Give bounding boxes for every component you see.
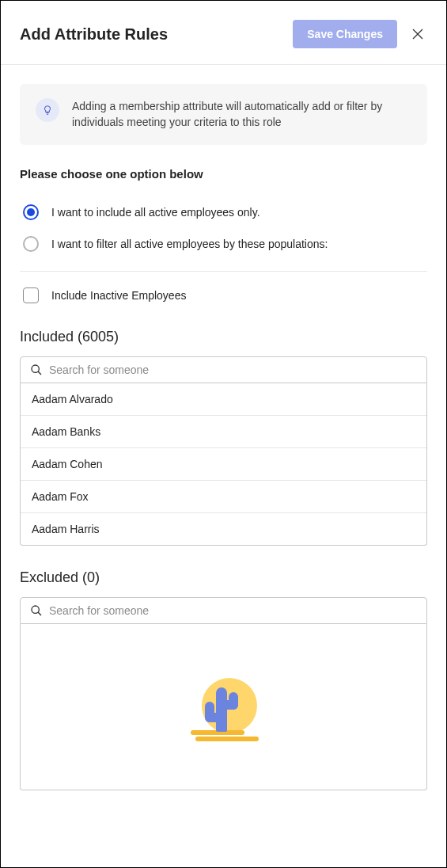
excluded-section-title: Excluded (0)	[20, 569, 427, 586]
membership-option-group: I want to include all active employees o…	[20, 196, 427, 260]
search-icon	[30, 364, 43, 376]
list-item[interactable]: Aadam Cohen	[21, 448, 426, 481]
excluded-search-box[interactable]	[20, 597, 427, 624]
lightbulb-icon	[36, 98, 59, 122]
list-item[interactable]: Aadam Banks	[21, 416, 426, 448]
save-changes-button[interactable]: Save Changes	[293, 20, 397, 48]
cactus-icon	[184, 667, 263, 746]
svg-line-5	[38, 612, 41, 615]
include-inactive-checkbox[interactable]	[23, 287, 39, 303]
list-item[interactable]: Aadam Fox	[21, 481, 426, 513]
included-list: Aadam Alvarado Aadam Banks Aadam Cohen A…	[20, 383, 427, 546]
info-banner-text: Adding a membership attribute will autom…	[72, 98, 411, 131]
list-item[interactable]: Aadam Alvarado	[21, 383, 426, 416]
radio-filter-by-populations[interactable]	[23, 236, 39, 252]
svg-line-3	[38, 371, 41, 375]
dialog-title: Add Attribute Rules	[20, 25, 168, 44]
excluded-search-input[interactable]	[49, 604, 417, 617]
search-icon	[30, 604, 43, 617]
close-icon	[411, 28, 424, 40]
option-prompt: Please choose one option below	[20, 167, 427, 181]
svg-point-4	[32, 606, 39, 613]
radio-filter-by-populations-label: I want to filter all active employees by…	[51, 238, 328, 250]
svg-point-2	[32, 365, 39, 372]
included-search-box[interactable]	[20, 356, 427, 383]
close-button[interactable]	[408, 25, 427, 44]
include-inactive-label: Include Inactive Employees	[51, 289, 186, 302]
radio-include-all[interactable]	[23, 204, 39, 220]
list-item[interactable]: Aadam Harris	[21, 513, 426, 545]
dialog-header: Add Attribute Rules Save Changes	[1, 1, 446, 65]
divider	[20, 271, 427, 272]
included-search-input[interactable]	[49, 364, 417, 376]
radio-include-all-label: I want to include all active employees o…	[51, 206, 260, 219]
included-section-title: Included (6005)	[20, 329, 427, 345]
excluded-empty-state	[20, 624, 427, 790]
info-banner: Adding a membership attribute will autom…	[20, 84, 427, 145]
